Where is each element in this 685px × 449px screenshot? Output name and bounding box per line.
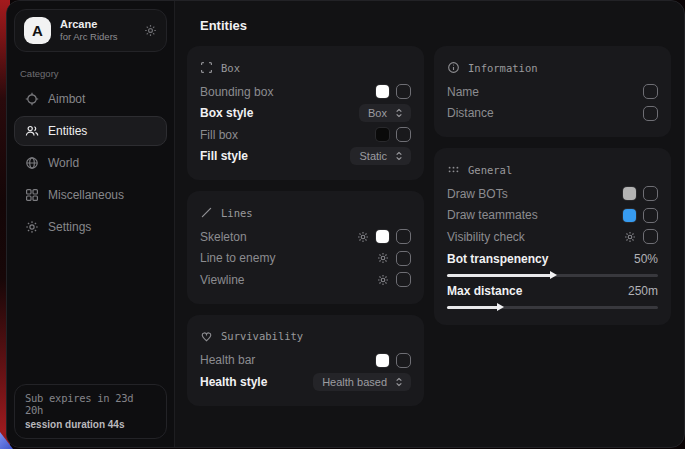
card-header: Lines xyxy=(200,199,411,226)
fill-box-checkbox[interactable] xyxy=(396,127,411,142)
bounding-box-color-swatch[interactable] xyxy=(376,85,389,98)
row-viewline: Viewline xyxy=(200,269,411,291)
setting-label: Visibility check xyxy=(447,230,624,244)
draw-teammates-checkbox[interactable] xyxy=(643,208,658,223)
sidebar-item-world[interactable]: World xyxy=(14,148,167,178)
sidebar-item-aimbot[interactable]: Aimbot xyxy=(14,84,167,114)
setting-label: Bot transpenency xyxy=(447,252,634,266)
sidebar-item-label: Miscellaneous xyxy=(48,188,124,202)
users-icon xyxy=(25,124,39,138)
setting-label: Name xyxy=(447,85,643,99)
visibility-check-checkbox[interactable] xyxy=(643,229,658,244)
health-bar-color-swatch[interactable] xyxy=(376,354,389,367)
sidebar-item-entities[interactable]: Entities xyxy=(14,116,167,146)
max-distance-slider[interactable] xyxy=(447,306,658,309)
viewline-checkbox[interactable] xyxy=(396,272,411,287)
row-fill-box: Fill box xyxy=(200,124,411,146)
fill-box-color-swatch[interactable] xyxy=(376,128,389,141)
setting-label: Viewline xyxy=(200,273,377,287)
gear-icon xyxy=(25,220,39,234)
gear-icon[interactable] xyxy=(624,231,636,243)
grid-dots-icon xyxy=(447,163,460,176)
screen: A Arcane for Arc Riders Category xyxy=(0,0,685,449)
sidebar-nav: Aimbot Entities xyxy=(14,84,167,242)
row-bounding-box: Bounding box xyxy=(200,81,411,103)
sub-expiry-text: Sub expires in 23d 20h xyxy=(25,392,156,416)
sidebar-item-miscellaneous[interactable]: Miscellaneous xyxy=(14,180,167,210)
globe-icon xyxy=(25,156,39,170)
setting-label: Skeleton xyxy=(200,230,357,244)
card-information: Information Name Distance xyxy=(434,46,671,137)
setting-label: Box style xyxy=(200,106,359,120)
slider-value: 50% xyxy=(634,252,658,266)
slider-thumb[interactable] xyxy=(497,303,504,311)
setting-label: Draw BOTs xyxy=(447,187,623,201)
line-to-enemy-checkbox[interactable] xyxy=(396,251,411,266)
skeleton-color-swatch[interactable] xyxy=(376,230,389,243)
bounding-box-checkbox[interactable] xyxy=(396,84,411,99)
heart-icon xyxy=(200,330,213,343)
card-columns: Box Bounding box Box style xyxy=(175,46,684,406)
setting-label: Max distance xyxy=(447,284,628,298)
health-style-select[interactable]: Health based xyxy=(313,373,411,391)
sidebar-item-label: Aimbot xyxy=(48,92,85,106)
gear-icon[interactable] xyxy=(377,274,389,286)
info-icon xyxy=(447,61,460,74)
sidebar: A Arcane for Arc Riders Category xyxy=(7,1,175,447)
subscription-info: Sub expires in 23d 20h session duration … xyxy=(14,384,167,439)
slider-fill xyxy=(447,274,553,277)
row-max-distance: Max distance 250m xyxy=(447,280,658,312)
card-title: Information xyxy=(468,62,538,74)
gear-icon[interactable] xyxy=(144,24,157,37)
slider-fill xyxy=(447,306,500,309)
sidebar-item-settings[interactable]: Settings xyxy=(14,212,167,242)
draw-teammates-color-swatch[interactable] xyxy=(623,209,636,222)
row-name: Name xyxy=(447,81,658,103)
row-line-to-enemy: Line to enemy xyxy=(200,248,411,270)
row-draw-teammates: Draw teammates xyxy=(447,205,658,227)
select-value: Box xyxy=(368,107,387,119)
setting-label: Fill style xyxy=(200,149,350,163)
sidebar-item-label: Entities xyxy=(48,124,87,138)
box-style-select[interactable]: Box xyxy=(359,104,411,122)
card-lines: Lines Skeleton xyxy=(187,191,424,304)
sidebar-item-label: World xyxy=(48,156,79,170)
name-checkbox[interactable] xyxy=(643,84,658,99)
chevrons-up-down-icon xyxy=(394,108,404,118)
main-panel: Entities Box xyxy=(175,1,684,447)
right-column: Information Name Distance xyxy=(434,46,671,325)
cheat-menu-window: A Arcane for Arc Riders Category xyxy=(6,0,685,448)
card-header: General xyxy=(447,156,658,183)
brand-text: Arcane for Arc Riders xyxy=(60,18,118,44)
bot-transpenency-slider[interactable] xyxy=(447,274,658,277)
select-value: Static xyxy=(359,150,387,162)
draw-bots-color-swatch[interactable] xyxy=(623,187,636,200)
card-header: Information xyxy=(447,54,658,81)
setting-label: Fill box xyxy=(200,128,376,142)
line-icon xyxy=(200,206,213,219)
slider-thumb[interactable] xyxy=(550,271,557,279)
card-box: Box Bounding box Box style xyxy=(187,46,424,180)
brand-subtitle: for Arc Riders xyxy=(60,31,118,43)
sidebar-item-label: Settings xyxy=(48,220,91,234)
fill-style-select[interactable]: Static xyxy=(350,147,411,165)
gear-icon[interactable] xyxy=(377,252,389,264)
distance-checkbox[interactable] xyxy=(643,106,658,121)
select-value: Health based xyxy=(322,376,387,388)
chevrons-up-down-icon xyxy=(394,151,404,161)
row-distance: Distance xyxy=(447,103,658,125)
layout-grid-icon xyxy=(25,188,39,202)
row-visibility-check: Visibility check xyxy=(447,226,658,248)
card-title: Box xyxy=(221,62,240,74)
brand-header: A Arcane for Arc Riders xyxy=(14,9,167,52)
health-bar-checkbox[interactable] xyxy=(396,353,411,368)
brand-title: Arcane xyxy=(60,18,118,32)
setting-label: Bounding box xyxy=(200,85,376,99)
setting-label: Distance xyxy=(447,106,643,120)
brand-avatar: A xyxy=(24,17,51,44)
skeleton-checkbox[interactable] xyxy=(396,229,411,244)
category-label: Category xyxy=(20,68,161,79)
card-header: Survivability xyxy=(200,323,411,350)
draw-bots-checkbox[interactable] xyxy=(643,186,658,201)
gear-icon[interactable] xyxy=(357,231,369,243)
